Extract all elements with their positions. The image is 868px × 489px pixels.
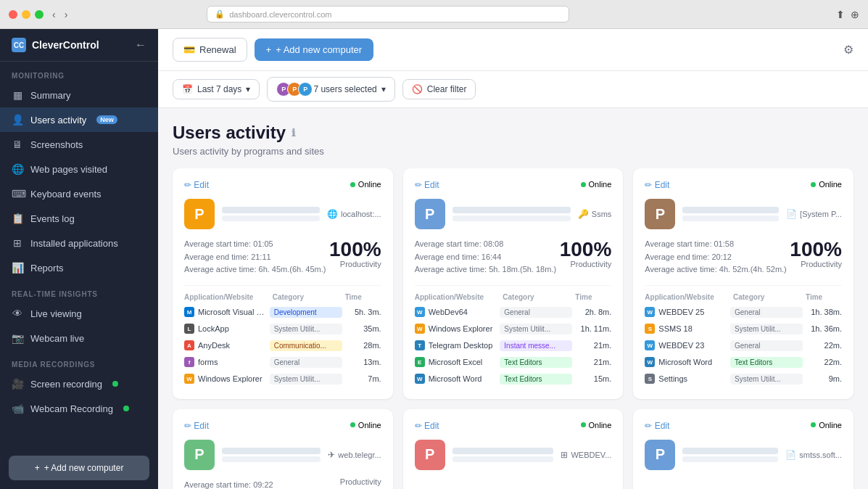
date-range-button[interactable]: 📅 Last 7 days ▾	[173, 79, 260, 99]
app-name: S SSMS 18	[645, 324, 727, 334]
user-avatar: P	[645, 440, 675, 470]
topbar: 💳 Renewal + + Add new computer ⚙	[158, 29, 868, 71]
sidebar-close-button[interactable]: ←	[135, 38, 146, 52]
col-category: Category	[273, 293, 345, 301]
add-new-computer-button[interactable]: + + Add new computer	[255, 38, 373, 61]
status-dot	[350, 182, 355, 187]
category-badge: Text Editors	[500, 374, 572, 385]
edit-button[interactable]: ✏ Edit	[184, 421, 209, 431]
category-badge: System Utilit...	[270, 324, 342, 334]
user-name-blurred	[682, 448, 778, 454]
forward-button[interactable]: ›	[62, 7, 71, 22]
stat-times: Average start time: 09:22	[184, 479, 273, 489]
app-time: 7m.	[345, 374, 381, 383]
sidebar-item-label: Reports	[30, 263, 64, 274]
category-badge: System Utilit...	[500, 324, 572, 334]
col-category: Category	[733, 293, 806, 301]
edit-button[interactable]: ✏ Edit	[415, 180, 439, 190]
sidebar-item-web-pages[interactable]: 🌐 Web pages visited	[0, 157, 158, 181]
new-tab-button[interactable]: ⊕	[851, 9, 859, 20]
app-table-header: Application/Website Category Time	[415, 293, 612, 304]
sidebar-item-installed-apps[interactable]: ⊞ Installed applications	[0, 231, 158, 255]
nav-buttons: ‹ ›	[49, 7, 70, 22]
settings-button[interactable]: ⚙	[843, 43, 853, 57]
sidebar-item-webcam-recording[interactable]: 📹 Webcam Recording	[0, 396, 158, 421]
sidebar-item-webcam-live[interactable]: 📷 Webcam live	[0, 326, 158, 350]
maximize-traffic-light[interactable]	[35, 10, 44, 19]
status-badge: Online	[581, 421, 612, 430]
recording-dot	[112, 381, 118, 387]
connection-text: [System P...	[800, 210, 842, 218]
stat-times: Average start time: 01:58 Average end ti…	[645, 238, 786, 276]
share-button[interactable]: ⬆	[836, 9, 845, 20]
user-info	[222, 448, 321, 462]
close-traffic-light[interactable]	[9, 10, 17, 19]
status-badge: Online	[811, 180, 842, 189]
page-title: Users activity ℹ	[173, 123, 853, 143]
chevron-down-icon: ▾	[381, 84, 386, 94]
app-row: A AnyDesk Communicatio... 28m.	[184, 337, 381, 354]
connection-icon: 🌐	[327, 209, 338, 219]
app-icon: A	[184, 340, 194, 350]
sidebar-item-live-viewing[interactable]: 👁 Live viewing	[0, 301, 158, 326]
activity-card: ✏ Edit Online P 🌐 localhost:...	[173, 168, 393, 399]
productivity-value: 100%	[790, 238, 842, 261]
card-divider	[415, 285, 612, 286]
add-new-label: + Add new computer	[276, 44, 362, 55]
summary-icon: ▦	[12, 89, 23, 101]
gear-icon: ⚙	[843, 44, 853, 56]
apps-icon: ⊞	[12, 237, 23, 249]
clear-filter-button[interactable]: 🚫 Clear filter	[402, 79, 476, 99]
app-row: W Windows Explorer System Utilit... 1h. …	[415, 321, 612, 337]
url-bar[interactable]: 🔒 dashboard.clevercontrol.com	[207, 6, 569, 22]
sidebar-item-events-log[interactable]: 📋 Events log	[0, 206, 158, 231]
category-badge: System Utilit...	[270, 374, 342, 385]
user-sub-blurred	[452, 215, 571, 221]
app-time: 1h. 36m.	[806, 324, 842, 333]
logo-icon: CC	[12, 38, 26, 52]
add-computer-sidebar-button[interactable]: + + Add new computer	[9, 456, 149, 480]
back-button[interactable]: ‹	[49, 7, 59, 22]
avg-end: Average end time: 16:44	[415, 251, 556, 264]
users-icon: 👤	[12, 114, 23, 126]
app-time: 21m.	[575, 341, 611, 350]
sidebar-item-reports[interactable]: 📊 Reports	[0, 255, 158, 280]
clear-filter-icon: 🚫	[412, 84, 423, 94]
edit-button[interactable]: ✏ Edit	[645, 180, 669, 190]
edit-button[interactable]: ✏ Edit	[415, 421, 439, 431]
sidebar-item-summary[interactable]: ▦ Summary	[0, 83, 158, 107]
date-range-label: Last 7 days	[197, 84, 241, 94]
avg-start: Average start time: 08:08	[415, 238, 556, 251]
edit-button[interactable]: ✏ Edit	[184, 180, 209, 190]
app-row: M Microsoft Visual Studi... Development …	[184, 304, 381, 321]
status-badge: Online	[350, 180, 381, 189]
sidebar-item-keyboard[interactable]: ⌨ Keyboard events	[0, 181, 158, 206]
status-badge: Online	[350, 421, 381, 430]
app-row: S SSMS 18 System Utilit... 1h. 36m.	[645, 321, 842, 337]
activity-card: ✏ Edit Online P ✈ web.telegr...	[173, 409, 393, 489]
sidebar-item-screenshots[interactable]: 🖥 Screenshots	[0, 132, 158, 157]
app-icon: E	[415, 357, 425, 367]
app-icon: W	[645, 340, 655, 350]
renewal-button[interactable]: 💳 Renewal	[173, 38, 247, 62]
col-time: Time	[806, 293, 842, 301]
productivity-label: Productivity	[340, 477, 381, 486]
productivity-area: 100% Productivity	[560, 238, 612, 276]
app-name: A AnyDesk	[184, 340, 267, 350]
user-name-blurred	[452, 448, 554, 454]
user-avatar: P	[184, 199, 215, 229]
sidebar-item-screen-recording[interactable]: 🎥 Screen recording	[0, 371, 158, 396]
sidebar-item-users-activity[interactable]: 👤 Users activity New	[0, 107, 158, 132]
users-filter-button[interactable]: P P P 7 users selected ▾	[267, 77, 394, 102]
status-dot	[581, 422, 586, 427]
app-row: S Settings System Utilit... 9m.	[645, 371, 842, 387]
card-stats: Average start time: 01:58 Average end ti…	[645, 238, 842, 276]
user-sub-blurred	[222, 456, 321, 462]
connection-text: WEBDEV...	[571, 451, 611, 459]
app-icon: W	[645, 357, 655, 367]
minimize-traffic-light[interactable]	[22, 10, 30, 19]
edit-button[interactable]: ✏ Edit	[645, 421, 669, 431]
app-row: f forms General 13m.	[184, 354, 381, 371]
card-user: P ✈ web.telegr...	[184, 440, 381, 470]
users-selected-label: 7 users selected	[313, 84, 376, 94]
